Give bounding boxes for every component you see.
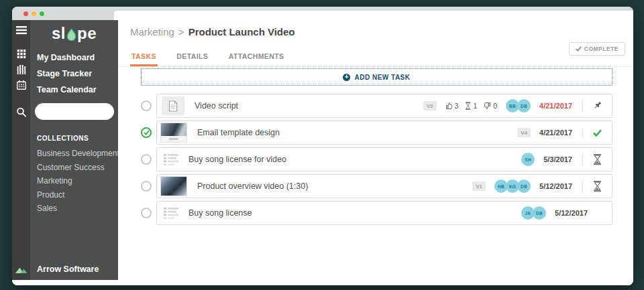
hourglass-icon [593,154,602,165]
task-radio[interactable] [141,100,152,111]
task-title: Product overview video (1:30) [197,182,308,191]
avatar: SH [521,153,535,166]
browser-titlebar [12,7,633,20]
check-icon [593,129,602,137]
collection-item-sales[interactable]: Sales [37,202,117,216]
task-radio[interactable] [141,208,152,218]
droplet-icon [66,28,76,41]
collections-list: Business Development Customer Success Ma… [37,147,117,216]
task-action-pin[interactable] [582,99,612,113]
app-logo: slpe [30,24,118,43]
assignee-avatars: HB KG DB [494,179,531,193]
breadcrumb-separator: > [178,26,184,38]
avatar: DB [517,179,531,193]
thumbs-up-icon [445,102,453,110]
task-row: Buy song license for video SH 5/3/2017 [141,147,612,171]
task-title: Email template design [197,128,280,137]
add-new-task-label: ADD NEW TASK [354,74,410,81]
task-row: Buy song license JK DB 5/12/2017 [141,201,612,225]
task-action-pending[interactable] [582,179,612,193]
collection-item-marketing[interactable]: Marketing [37,174,117,188]
tab-bar: TASKS DETAILS ATTACHMENTS [118,48,633,67]
sidebar-item-team-calendar[interactable]: Team Calendar [37,82,115,98]
task-row: Product overview video (1:30) V1 HB KG D… [141,174,612,198]
version-badge: V3 [423,101,437,111]
due-date: 5/12/2017 [539,182,572,190]
main-content: Marketing>Product Launch Video COMPLETE … [118,20,633,280]
pushpin-icon [593,101,602,111]
tab-tasks[interactable]: TASKS [130,48,158,66]
collection-item-product[interactable]: Product [37,188,117,202]
stage-tracker-bars-icon[interactable] [17,65,25,74]
sidebar: slpe My Dashboard Stage Tracker Team Cal… [30,20,118,280]
task-title: Video script [195,101,238,111]
arrow-software-logo-icon [15,266,28,273]
hourglass-icon [465,102,471,110]
plus-icon: + [343,74,350,81]
collections-header: COLLECTIONS [37,135,89,142]
task-thumbnail [160,176,187,196]
window-zoom-button[interactable] [40,11,44,16]
document-icon [162,96,184,115]
avatar: DB [517,99,531,113]
task-list: + ADD NEW TASK Video script V3 [141,68,612,228]
due-date: 4/21/2017 [539,129,572,137]
task-card[interactable]: Email template design V4 4/21/2017 [156,121,612,145]
tab-attachments[interactable]: ATTACHMENTS [227,48,286,66]
task-stats: 3 1 0 [445,102,498,110]
search-icon[interactable] [16,107,26,117]
breadcrumb: Marketing>Product Launch Video [130,26,295,38]
thumbs-down-icon [484,102,491,110]
version-badge: V4 [517,128,531,137]
thumbs-down-count: 0 [493,102,497,110]
task-card[interactable]: Buy song license for video SH 5/3/2017 [156,147,612,171]
sidebar-nav: My Dashboard Stage Tracker Team Calendar [37,50,115,98]
logo-text-post: pe [77,24,97,42]
task-card[interactable]: Video script V3 3 1 0 BB DB [156,94,612,118]
task-action-complete[interactable] [582,128,612,137]
hamburger-menu-icon[interactable] [16,26,27,34]
workspace-name[interactable]: Arrow Software [37,265,99,274]
hourglass-count: 1 [473,102,477,110]
assignee-avatars: SH [521,153,535,166]
page-title: Product Launch Video [189,26,295,38]
checklist-icon [164,154,178,165]
logo-text-pre: sl [52,24,66,42]
due-date: 5/3/2017 [543,155,572,163]
check-icon [144,130,150,135]
tab-details[interactable]: DETAILS [175,48,209,66]
window-close-button[interactable] [23,11,28,16]
avatar: DB [533,206,546,220]
collection-item-business-development[interactable]: Business Development [37,147,117,161]
add-new-task-button[interactable]: + ADD NEW TASK [141,68,612,86]
sidebar-item-my-dashboard[interactable]: My Dashboard [37,50,115,66]
task-action-pending[interactable] [582,153,612,166]
checklist-icon [164,208,178,219]
task-row: Email template design V4 4/21/2017 [141,121,612,145]
calendar-icon[interactable] [17,80,26,90]
sidebar-icon-rail [12,20,30,280]
task-title: Buy song license for video [189,155,286,164]
assignee-avatars: JK DB [521,206,546,220]
task-row: Video script V3 3 1 0 BB DB [141,94,612,118]
due-date: 5/12/2017 [555,209,588,217]
browser-window: slpe My Dashboard Stage Tracker Team Cal… [12,7,633,285]
sidebar-item-stage-tracker[interactable]: Stage Tracker [37,66,115,82]
breadcrumb-parent[interactable]: Marketing [130,26,174,38]
dashboard-grid-icon[interactable] [17,50,25,58]
window-minimize-button[interactable] [32,11,36,16]
task-radio[interactable] [141,154,152,165]
task-title: Buy song license [189,208,252,218]
task-radio-completed[interactable] [141,127,152,138]
collection-item-customer-success[interactable]: Customer Success [37,161,117,175]
browser-tab-area[interactable] [114,11,633,20]
version-badge: V1 [472,182,486,191]
sidebar-search-input[interactable] [35,103,114,120]
window-bottom-strip [12,280,633,285]
app-frame: slpe My Dashboard Stage Tracker Team Cal… [12,20,633,280]
task-card[interactable]: Buy song license JK DB 5/12/2017 [156,201,612,225]
task-thumbnail [160,123,187,143]
task-card[interactable]: Product overview video (1:30) V1 HB KG D… [156,174,612,198]
task-radio[interactable] [141,181,152,192]
hourglass-icon [593,181,602,192]
